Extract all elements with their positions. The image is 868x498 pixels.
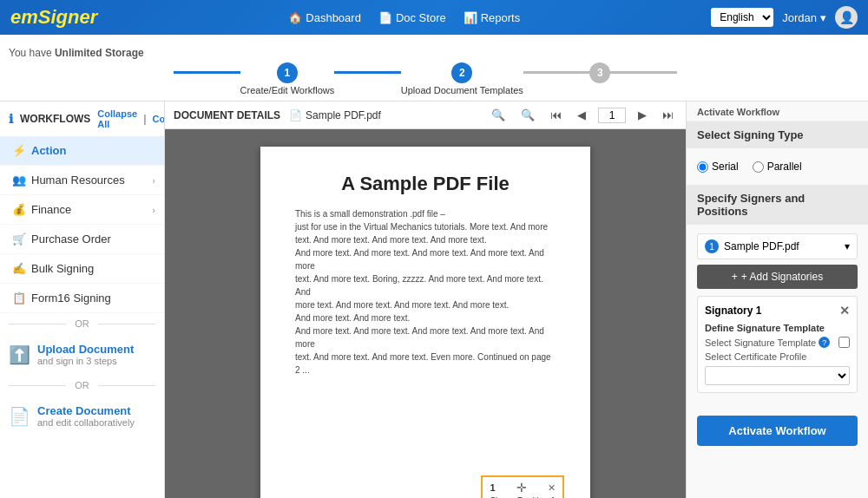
sidebar-item-hr[interactable]: 👥 Human Resources › [0, 166, 164, 195]
hr-icon: 👥 [12, 174, 26, 187]
sidebar: ℹ WORKFLOWS Collapse All | Collapse ⚡ Ac… [0, 102, 165, 498]
pdf-page: A Sample PDF File This is a small demons… [260, 147, 590, 498]
zoom-in-btn[interactable]: 🔍 [488, 107, 509, 123]
first-page-btn[interactable]: ⏮ [547, 107, 565, 123]
right-panel: Activate Workflow Select Signing Type Se… [686, 102, 868, 498]
zoom-out-btn[interactable]: 🔍 [517, 107, 538, 123]
sidebar-item-bulk[interactable]: ✍️ Bulk Signing [0, 254, 164, 284]
chevron-down-icon: ▾ [845, 240, 850, 252]
logo-signer: Signer [38, 6, 97, 28]
step-2: 2 Upload Document Templates [401, 62, 523, 95]
pdf-body-text: This is a small demonstration .pdf file … [295, 207, 556, 377]
workflows-header: ℹ WORKFLOWS Collapse All | Collapse [0, 102, 164, 136]
signing-type-radio-group: Serial Parallel [697, 161, 858, 173]
or-divider-2: OR [0, 375, 164, 396]
logo: emSigner [10, 6, 97, 29]
storage-info: You have Unlimited Storage [0, 43, 868, 62]
page-number-input[interactable] [598, 108, 626, 123]
doc-content: A Sample PDF File This is a small demons… [165, 129, 686, 498]
activate-workflow-button[interactable]: Activate Workflow [697, 416, 858, 446]
serial-radio-label[interactable]: Serial [697, 161, 739, 173]
sig-template-checkbox[interactable] [838, 337, 850, 348]
bulk-icon: ✍️ [12, 262, 26, 275]
doc-filename: 📄 Sample PDF.pdf [289, 109, 381, 121]
nav-docstore[interactable]: 📄 Doc Store [378, 11, 446, 24]
header: emSigner 🏠 Dashboard 📄 Doc Store 📊 Repor… [0, 0, 868, 35]
finance-icon: 💰 [12, 203, 26, 216]
help-icon[interactable]: ? [819, 337, 830, 348]
step-circle-3: 3 [589, 62, 610, 83]
sidebar-item-action[interactable]: ⚡ Action [0, 136, 164, 166]
main-container: ℹ WORKFLOWS Collapse All | Collapse ⚡ Ac… [0, 102, 868, 498]
steps-row: 1 Create/Edit Workflows 2 Upload Documen… [0, 62, 868, 95]
file-icon: 📄 [289, 109, 302, 121]
step-circle-2: 2 [451, 62, 472, 83]
purchase-icon: 🛒 [12, 233, 26, 246]
or-divider-1: OR [0, 313, 164, 334]
file-num-badge: 1 [705, 239, 719, 253]
signature-template-row: Select Signature Template ? [705, 337, 850, 348]
next-page-btn[interactable]: ▶ [635, 107, 650, 123]
nav-reports[interactable]: 📊 Reports [464, 11, 521, 24]
signer-close-icon[interactable]: ✕ [548, 482, 556, 494]
sidebar-item-form16[interactable]: 📋 Form16 Signing [0, 284, 164, 313]
reports-icon: 📊 [464, 11, 477, 24]
cert-profile-select[interactable] [705, 366, 850, 385]
collapse-all-link[interactable]: Collapse All [97, 108, 137, 129]
form16-icon: 📋 [12, 292, 26, 305]
upload-icon: ⬆️ [9, 344, 30, 365]
sidebar-item-finance[interactable]: 💰 Finance › [0, 195, 164, 225]
workflows-icon: ℹ [9, 112, 13, 126]
cert-profile-row: Select Certificate Profile [705, 351, 850, 385]
signatory-card-1: Signatory 1 ✕ Define Signature Template … [697, 296, 858, 393]
sig-template-label: Select Signature Template ? [705, 337, 830, 348]
create-document-action[interactable]: 📄 Create Document and edit collaborative… [0, 396, 164, 436]
plus-icon: + [732, 271, 738, 283]
signers-content: 1 Sample PDF.pdf ▾ + + Add Signatories S… [687, 225, 868, 407]
serial-radio[interactable] [697, 161, 708, 173]
signer-position-box[interactable]: 1 ✛ ✕ Signer Position 1 [481, 475, 564, 498]
nav-dashboard[interactable]: 🏠 Dashboard [288, 11, 361, 24]
chevron-right-icon-2: › [152, 205, 155, 215]
user-menu[interactable]: Jordan ▾ [782, 11, 826, 24]
logo-em: em [10, 6, 38, 28]
specify-signers-header: Specify Signers and Positions [687, 185, 868, 225]
upload-document-action[interactable]: ⬆️ Upload Document and sign in 3 steps [0, 334, 164, 375]
collapse-link[interactable]: Collapse [153, 114, 165, 124]
header-right: English Jordan ▾ 👤 [711, 6, 858, 29]
move-icon: ✛ [516, 481, 527, 495]
dashboard-icon: 🏠 [288, 11, 302, 24]
select-signing-type-header: Select Signing Type [687, 121, 868, 148]
last-page-btn[interactable]: ⏭ [659, 107, 677, 123]
nav-links: 🏠 Dashboard 📄 Doc Store 📊 Reports [288, 11, 520, 24]
step-circle-1: 1 [277, 62, 298, 83]
signatory-close-icon[interactable]: ✕ [839, 304, 850, 318]
doc-area: DOCUMENT DETAILS 📄 Sample PDF.pdf 🔍 🔍 ⏮ … [165, 102, 686, 498]
add-signatories-button[interactable]: + + Add Signatories [697, 265, 858, 289]
sidebar-item-purchase[interactable]: 🛒 Purchase Order [0, 225, 164, 254]
step-1: 1 Create/Edit Workflows [240, 62, 335, 95]
parallel-radio[interactable] [753, 161, 764, 173]
language-select[interactable]: English [711, 8, 773, 27]
activate-workflow-label: Activate Workflow [687, 102, 868, 121]
step-3: 3 [589, 62, 610, 95]
avatar: 👤 [835, 6, 858, 29]
docstore-icon: 📄 [378, 11, 392, 24]
action-icon: ⚡ [12, 144, 26, 157]
chevron-down-icon: ▾ [820, 11, 826, 24]
avatar-icon: 👤 [839, 10, 854, 24]
parallel-radio-label[interactable]: Parallel [753, 161, 802, 173]
create-doc-icon: 📄 [9, 406, 30, 427]
file-list-item[interactable]: 1 Sample PDF.pdf ▾ [697, 233, 858, 259]
chevron-right-icon: › [152, 175, 155, 186]
doc-toolbar: DOCUMENT DETAILS 📄 Sample PDF.pdf 🔍 🔍 ⏮ … [165, 102, 686, 129]
prev-page-btn[interactable]: ◀ [574, 107, 589, 123]
cert-profile-label: Select Certificate Profile [705, 351, 850, 362]
steps-bar: You have Unlimited Storage 1 Create/Edit… [0, 35, 868, 102]
signing-type-content: Serial Parallel [687, 148, 868, 185]
